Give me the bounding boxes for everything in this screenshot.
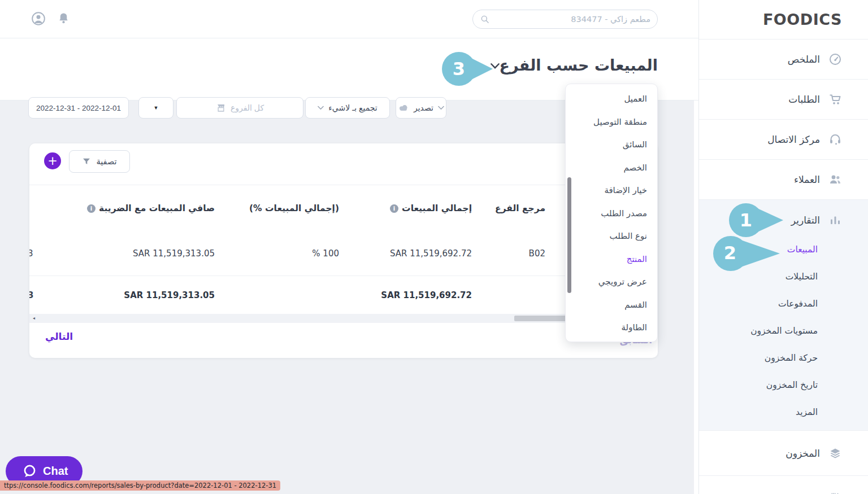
search-icon <box>480 14 490 24</box>
sidebar-reports-section: التقارير المبيعات التحليلات المدفوعات مس… <box>699 200 868 431</box>
chat-bubble-icon <box>23 464 37 478</box>
dropdown-item-modifier-option[interactable]: خيار الإضافة <box>566 179 657 202</box>
table-header-row: مرجع الفرع إجمالي المبيعات i (إجمالي الم… <box>29 185 658 231</box>
totals-net-sales-with-tax: SAR 11,519,313.05 <box>65 290 215 300</box>
dropdown-item-order-source[interactable]: مصدر الطلب <box>566 202 657 225</box>
logo-row: FOODICS <box>699 0 868 40</box>
sidebar-item-customers[interactable]: العملاء <box>699 160 868 200</box>
app-window: المبيعات حسب الفرع تصدير تجميع بـ لاشيء <box>0 0 868 494</box>
sidebar-item-label: المخزون <box>785 448 820 459</box>
sidebar-subitem-analytics[interactable]: التحليلات <box>699 263 868 290</box>
sidebar-item-orders[interactable]: الطلبات <box>699 80 868 120</box>
cell-branch-ref: B02 <box>472 248 545 259</box>
sidebar-item-inventory[interactable]: المخزون <box>699 431 868 476</box>
caret-down-icon: ▼ <box>154 105 159 111</box>
cell-net-sales-with-tax: SAR 11,519,313.05 <box>65 248 215 259</box>
group-by-label: تجميع بـ لاشيء <box>328 103 377 112</box>
sidebar-item-summary[interactable]: الملخص <box>699 40 868 80</box>
export-button[interactable]: تصدير <box>396 97 446 119</box>
sidebar-item-label: العملاء <box>794 174 820 185</box>
notifications-bell-icon[interactable] <box>57 12 70 25</box>
horizontal-scrollbar-thumb[interactable] <box>514 316 568 321</box>
group-by-dropdown-menu: العميل منطقة التوصيل السائق الخصم خيار ا… <box>565 84 658 342</box>
cell-total-sales-pct: 100 % <box>223 248 339 259</box>
gauge-icon <box>828 53 842 66</box>
sidebar-item-reports[interactable]: التقارير <box>699 204 868 236</box>
chat-label: Chat <box>43 465 68 478</box>
scrollbar-gutter <box>694 100 698 494</box>
dropdown-item-promotion[interactable]: عرض ترويجي <box>566 270 657 294</box>
col-header-total-sales: إجمالي المبيعات i <box>376 203 472 213</box>
sidebar-subitem-inventory-movement[interactable]: حركة المخزون <box>699 344 868 371</box>
table-totals-row: SAR 11,519,692.72 SAR 11,519,313.05 3 <box>29 276 658 314</box>
dropdown-item-delivery-zone[interactable]: منطقة التوصيل <box>566 111 657 134</box>
report-type-chevron-down-icon[interactable] <box>491 63 500 69</box>
foodics-logo: FOODICS <box>763 11 842 28</box>
customers-icon <box>828 173 842 186</box>
sidebar-item-label: الطلبات <box>788 94 820 105</box>
info-icon[interactable]: i <box>390 204 398 213</box>
layers-icon <box>828 447 842 460</box>
sidebar-nav: FOODICS الملخص الطلبات <box>698 0 868 494</box>
cart-icon <box>828 93 842 106</box>
add-filter-button[interactable]: + <box>44 152 61 169</box>
chevron-down-icon <box>438 106 444 110</box>
status-url-bar: ttps://console.foodics.com/reports/sales… <box>0 480 280 491</box>
sidebar-item-label: التقارير <box>791 215 820 226</box>
sidebar-subitem-more[interactable]: المزيد <box>699 399 868 426</box>
branch-filter-button[interactable]: كل الفروع <box>176 97 303 119</box>
store-icon <box>216 103 226 113</box>
headset-icon <box>828 133 842 146</box>
clipped-cell-fragment: 3 <box>29 248 33 259</box>
top-bar <box>0 0 698 38</box>
business-search-input[interactable] <box>494 15 650 24</box>
col-header-total-sales-pct: (إجمالي المبيعات %) <box>223 203 339 213</box>
sidebar-item-products-list[interactable]: قائمة المنتجات <box>699 476 868 494</box>
sidebar-item-call-center[interactable]: مركز الاتصال <box>699 120 868 160</box>
info-icon[interactable]: i <box>87 204 96 213</box>
sidebar-subitem-sales[interactable]: المبيعات <box>699 236 868 263</box>
bar-chart-icon <box>828 213 842 227</box>
col-header-net-sales-with-tax: صافي المبيعات مع الضريبة i <box>65 203 215 213</box>
report-card: + تصفية مرجع الفرع إجمالي المبيعات i (إج… <box>29 143 658 358</box>
cloud-icon <box>398 104 409 112</box>
business-search-box[interactable] <box>472 10 658 29</box>
filter-button[interactable]: تصفية <box>69 150 130 173</box>
dropdown-scrollbar-thumb[interactable] <box>567 177 571 293</box>
dropdown-item-product[interactable]: المنتج <box>566 248 657 271</box>
export-label: تصدير <box>414 103 433 112</box>
main-area: المبيعات حسب الفرع تصدير تجميع بـ لاشيء <box>0 0 698 494</box>
sidebar-subitem-payments[interactable]: المدفوعات <box>699 290 868 317</box>
totals-total-sales: SAR 11,519,692.72 <box>376 290 472 300</box>
horizontal-scrollbar[interactable]: ◂ <box>29 314 658 323</box>
group-by-button[interactable]: تجميع بـ لاشيء <box>305 97 390 119</box>
utensils-icon <box>828 492 842 494</box>
table-row: B02 SAR 11,519,692.72 100 % SAR 11,519,3… <box>29 231 658 276</box>
user-avatar-icon[interactable] <box>31 11 46 26</box>
dropdown-item-order-type[interactable]: نوع الطلب <box>566 225 657 248</box>
date-range-value: 2022-12-01 - 2022-12-31 <box>36 104 121 112</box>
chevron-down-icon <box>318 106 324 110</box>
clipped-cell-fragment: 3 <box>29 290 33 300</box>
sidebar-subitem-inventory-levels[interactable]: مستويات المخزون <box>699 317 868 344</box>
cell-total-sales: SAR 11,519,692.72 <box>376 248 472 259</box>
dropdown-item-section[interactable]: القسم <box>566 294 657 317</box>
col-header-branch-ref: مرجع الفرع <box>472 203 545 213</box>
pagination-next-link[interactable]: التالي <box>45 331 73 342</box>
sidebar-subitem-inventory-history[interactable]: تاريخ المخزون <box>699 371 868 399</box>
dropdown-item-discount[interactable]: الخصم <box>566 156 657 180</box>
dropdown-item-driver[interactable]: السائق <box>566 133 657 156</box>
branch-filter-label: كل الفروع <box>231 103 264 112</box>
sidebar-item-label: الملخص <box>788 54 820 65</box>
funnel-icon <box>82 157 91 166</box>
date-range-input[interactable]: 2022-12-01 - 2022-12-31 <box>28 97 129 119</box>
scroll-left-arrow-icon[interactable]: ◂ <box>29 314 38 323</box>
dropdown-item-customer[interactable]: العميل <box>566 88 657 111</box>
filter-label: تصفية <box>96 157 116 166</box>
date-preset-dropdown[interactable]: ▼ <box>138 97 173 119</box>
sidebar-item-label: مركز الاتصال <box>767 134 820 145</box>
dropdown-item-table[interactable]: الطاولة <box>566 316 657 339</box>
page-title: المبيعات حسب الفرع <box>500 56 658 74</box>
